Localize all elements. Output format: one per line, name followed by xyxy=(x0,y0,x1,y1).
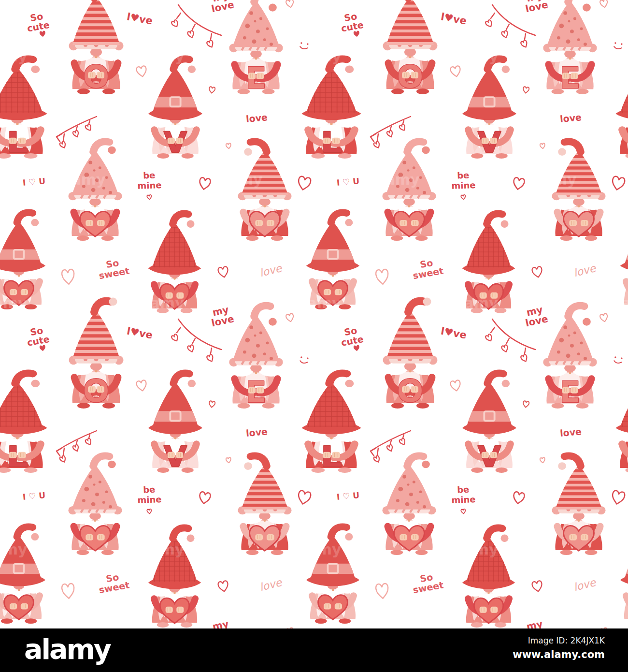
gnome-pattern-artwork: OELVSocutel♥vemyloveloveI ♡ UbemineSoswe… xyxy=(0,0,628,628)
svg-text:alamy: alamy xyxy=(292,48,342,65)
svg-text:alamy: alamy xyxy=(57,171,106,188)
alamy-url: www.alamy.com xyxy=(513,649,605,660)
svg-text:alamy: alamy xyxy=(135,541,185,558)
svg-text:alamy: alamy xyxy=(0,541,28,558)
image-meta: Image ID: 2K4JX1K www.alamy.com xyxy=(513,636,605,660)
stock-image-page: OELVSocutel♥vemyloveloveI ♡ UbemineSoswe… xyxy=(0,0,628,672)
alamy-logo: alamy xyxy=(24,633,110,665)
svg-text:alamy: alamy xyxy=(57,418,106,435)
alamy-footer-bar: alamy Image ID: 2K4JX1K www.alamy.com xyxy=(0,628,628,672)
pattern-svg: OELVSocutel♥vemyloveloveI ♡ UbemineSoswe… xyxy=(0,0,628,628)
pattern-tile xyxy=(301,297,625,628)
pattern-tile xyxy=(0,297,312,628)
pattern-tile xyxy=(615,0,628,15)
svg-text:alamy: alamy xyxy=(528,418,577,435)
pattern-tile xyxy=(0,0,312,15)
svg-text:alamy: alamy xyxy=(214,171,263,188)
svg-text:alamy: alamy xyxy=(606,48,628,65)
svg-text:alamy: alamy xyxy=(449,294,499,311)
svg-text:alamy: alamy xyxy=(606,541,628,558)
image-id-label: Image ID: 2K4JX1K xyxy=(513,636,605,645)
svg-text:alamy: alamy xyxy=(292,294,342,311)
svg-text:alamy: alamy xyxy=(371,171,420,188)
svg-text:alamy: alamy xyxy=(371,418,420,435)
svg-text:alamy: alamy xyxy=(528,171,577,188)
svg-text:alamy: alamy xyxy=(135,48,185,65)
svg-text:alamy: alamy xyxy=(0,294,28,311)
svg-text:alamy: alamy xyxy=(214,418,263,435)
svg-text:alamy: alamy xyxy=(135,294,185,311)
svg-text:alamy: alamy xyxy=(292,541,342,558)
svg-text:alamy: alamy xyxy=(0,48,28,65)
pattern-tile xyxy=(615,297,628,628)
svg-text:alamy: alamy xyxy=(449,48,499,65)
svg-text:alamy: alamy xyxy=(606,294,628,311)
svg-text:alamy: alamy xyxy=(449,541,499,558)
